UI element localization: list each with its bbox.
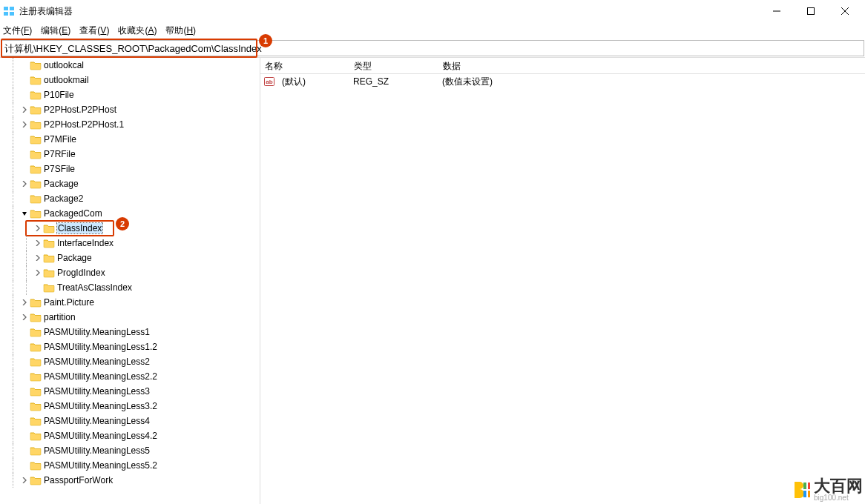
string-value-icon: ab [263,76,275,87]
tree-row[interactable]: PASMUtility.MeaningLess1 [0,325,260,339]
folder-icon [30,342,42,352]
callout-badge-1: 1 [259,34,272,47]
tree-item-label: PASMUtility.MeaningLess2 [44,357,150,367]
col-header-data[interactable]: 数据 [438,58,865,73]
svg-rect-1 [10,7,14,10]
chevron-right-icon[interactable] [19,105,30,115]
folder-icon [30,90,42,100]
tree-row[interactable]: ProgIdIndex [0,265,260,280]
menubar: 文件(F) 编辑(E) 查看(V) 收藏夹(A) 帮助(H) [0,22,865,39]
tree-row[interactable]: PackagedCom [0,206,260,221]
folder-icon [30,416,42,426]
tree-row[interactable]: Package2 [0,191,260,206]
svg-rect-3 [10,12,14,16]
tree-item-label: PASMUtility.MeaningLess5.2 [44,460,157,471]
folder-icon [30,134,42,145]
folder-icon [30,193,42,204]
tree-row[interactable]: Package [0,176,260,191]
tree-row[interactable]: PASMUtility.MeaningLess1.2 [0,339,260,354]
chevron-right-icon[interactable] [19,312,30,322]
chevron-down-icon[interactable] [19,208,30,219]
folder-icon [43,282,55,293]
tree-item-label: TreatAsClassIndex [57,282,132,293]
tree-item-label: PASMUtility.MeaningLess2.2 [44,371,157,382]
folder-icon [30,208,42,219]
folder-icon [30,357,42,367]
tree-item-label: InterfaceIndex [57,238,114,248]
tree-row[interactable]: InterfaceIndex [0,236,260,251]
cell-name: (默认) [277,76,349,88]
col-header-type[interactable]: 类型 [349,58,438,73]
tree-row[interactable]: PASMUtility.MeaningLess2.2 [0,369,260,384]
chevron-right-icon[interactable] [33,238,43,248]
tree-item-label: Paint.Picture [44,297,94,308]
close-button[interactable] [828,0,862,22]
tree-item-label: outlookcal [44,60,84,70]
menu-file[interactable]: 文件(F) [3,24,32,37]
tree-item-label: P10File [44,90,74,100]
window-title: 注册表编辑器 [19,5,73,18]
maximize-button[interactable] [794,0,828,22]
folder-icon [43,223,55,233]
tree-row[interactable]: Package [0,251,260,265]
tree-row[interactable]: ClassIndex [0,221,260,236]
tree-row[interactable]: Paint.Picture [0,295,260,310]
tree-row[interactable]: P7RFile [0,147,260,162]
chevron-right-icon[interactable] [19,297,30,308]
tree-item-label: PASMUtility.MeaningLess4 [44,416,150,426]
folder-icon [43,268,55,278]
svg-rect-2 [4,12,8,16]
tree-row[interactable]: PASMUtility.MeaningLess5 [0,443,260,458]
chevron-right-icon[interactable] [33,253,43,263]
chevron-right-icon[interactable] [33,223,43,233]
list-header: 名称 类型 数据 [260,58,865,74]
values-pane[interactable]: 名称 类型 数据 ab(默认)REG_SZ(数值未设置) [260,58,865,504]
tree-row[interactable]: P2PHost.P2PHost.1 [0,117,260,132]
tree-row[interactable]: outlookmail [0,73,260,87]
tree-row[interactable]: PASMUtility.MeaningLess3.2 [0,399,260,414]
tree-row[interactable]: PassportForWork [0,473,260,488]
tree-row[interactable]: PASMUtility.MeaningLess3 [0,384,260,399]
menu-favorites[interactable]: 收藏夹(A) [118,24,157,37]
tree-item-label: P2PHost.P2PHost [44,105,116,115]
folder-icon [30,460,42,471]
tree-row[interactable]: P7SFile [0,162,260,176]
menu-view[interactable]: 查看(V) [79,24,109,37]
tree-item-label: P2PHost.P2PHost.1 [44,119,124,130]
tree-item-label: PASMUtility.MeaningLess5 [44,445,150,456]
tree-row[interactable]: P2PHost.P2PHost [0,102,260,117]
chevron-right-icon[interactable] [33,268,43,278]
tree-item-label: ProgIdIndex [57,268,105,278]
svg-rect-0 [4,7,8,10]
tree-item-label: PASMUtility.MeaningLess1.2 [44,342,157,352]
folder-icon [30,327,42,337]
tree-item-label: partition [44,312,76,322]
col-header-name[interactable]: 名称 [260,58,349,73]
chevron-right-icon[interactable] [19,475,30,485]
tree-row[interactable]: PASMUtility.MeaningLess4 [0,414,260,428]
tree-item-label: Package2 [44,193,83,204]
tree-row[interactable]: PASMUtility.MeaningLess2 [0,354,260,369]
folder-icon [30,371,42,382]
list-row[interactable]: ab(默认)REG_SZ(数值未设置) [260,74,865,89]
tree-row[interactable]: outlookcal [0,58,260,73]
folder-icon [30,386,42,397]
tree-row[interactable]: partition [0,310,260,325]
address-bar[interactable]: 计算机\HKEY_CLASSES_ROOT\PackagedCom\ClassI… [1,40,864,56]
tree-item-label: Package [57,253,92,263]
tree-pane[interactable]: outlookcaloutlookmailP10FileP2PHost.P2PH… [0,58,260,504]
tree-row[interactable]: TreatAsClassIndex [0,280,260,295]
tree-row[interactable]: PASMUtility.MeaningLess4.2 [0,428,260,443]
folder-icon [30,431,42,441]
menu-edit[interactable]: 编辑(E) [41,24,70,37]
menu-help[interactable]: 帮助(H) [165,24,196,37]
chevron-right-icon[interactable] [19,179,30,189]
tree-row[interactable]: P10File [0,87,260,102]
tree-item-label: P7RFile [44,149,76,159]
chevron-right-icon[interactable] [19,119,30,130]
svg-rect-5 [808,8,815,15]
tree-row[interactable]: P7MFile [0,132,260,147]
tree-row[interactable]: PASMUtility.MeaningLess5.2 [0,458,260,473]
minimize-button[interactable] [760,0,794,22]
titlebar: 注册表编辑器 [0,0,865,22]
